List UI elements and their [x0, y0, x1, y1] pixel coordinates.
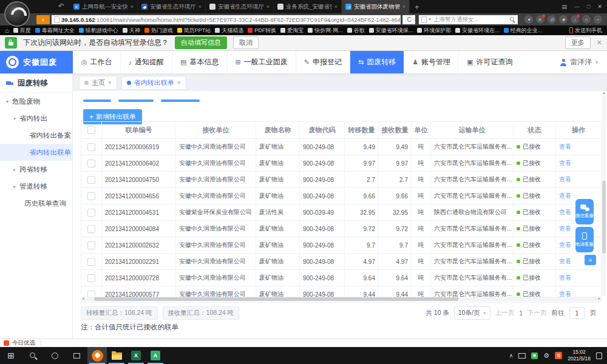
- task-view-button[interactable]: [66, 347, 87, 364]
- nav-item[interactable]: ✎ 申报登记: [296, 51, 350, 73]
- minimize-icon[interactable]: —: [574, 4, 580, 10]
- scroll-left-icon[interactable]: ◂: [82, 296, 84, 301]
- horizontal-scrollbar[interactable]: ◂ ▸: [81, 297, 602, 302]
- row-checkbox[interactable]: [87, 225, 95, 233]
- view-link[interactable]: 查看: [559, 257, 571, 266]
- toolbar-icon[interactable]: −: [594, 15, 602, 24]
- engine-dropdown-icon[interactable]: ▼: [428, 18, 432, 21]
- toolbar-icon[interactable]: ↓: [571, 15, 579, 24]
- bookmark-item[interactable]: 安徽省环境在...: [455, 27, 500, 35]
- vertical-scrollbar[interactable]: [602, 96, 606, 296]
- collapse-widgets-button[interactable]: »: [585, 255, 596, 265]
- browser-tab[interactable]: ◷ 安徽省固体废物管理 ×: [342, 0, 410, 13]
- nav-item[interactable]: ⇆ 固废转移: [350, 51, 404, 73]
- browser-tab[interactable]: K 上网导航—安全快捷... ×: [70, 0, 138, 13]
- skin-icon[interactable]: ▤: [562, 4, 568, 10]
- today-pick-bar[interactable]: 今日优选: [0, 339, 607, 347]
- tray-sogou-icon[interactable]: S: [555, 352, 562, 359]
- view-link[interactable]: 查看: [559, 159, 571, 167]
- search-icon[interactable]: [510, 17, 515, 22]
- goto-page-input[interactable]: [569, 307, 585, 319]
- notification-close-icon[interactable]: ✕: [597, 39, 602, 47]
- current-page[interactable]: 1: [519, 309, 523, 317]
- user-menu[interactable]: 雷洋洋 ∨: [560, 51, 607, 73]
- autofill-button[interactable]: 自动填写信息: [175, 36, 227, 49]
- tab-close-icon[interactable]: ×: [402, 4, 405, 10]
- view-link[interactable]: 查看: [559, 143, 571, 151]
- scroll-up-icon[interactable]: ▲: [602, 91, 606, 95]
- sidebar-item[interactable]: 省内转出联单: [0, 144, 72, 161]
- history-back-icon[interactable]: ↶: [58, 2, 64, 10]
- nav-item[interactable]: ♪ 通知提醒: [120, 51, 172, 73]
- row-checkbox[interactable]: [87, 160, 95, 167]
- tray-expand-icon[interactable]: ∧: [509, 352, 514, 359]
- scroll-right-icon[interactable]: ▸: [598, 296, 600, 301]
- nav-item[interactable]: ▤ 基本信息: [172, 51, 226, 73]
- search-box[interactable]: ▼ 上海警方通报女...: [419, 15, 518, 24]
- sidebar-item[interactable]: ▸ 管道转移: [0, 178, 72, 195]
- taskbar-clock[interactable]: 15:02 2021/5/18: [568, 349, 591, 362]
- tray-settings-icon[interactable]: ⚙: [543, 352, 549, 359]
- browser-tab[interactable]: 业务系统_安徽省生... ×: [274, 0, 342, 13]
- bookmark-item[interactable]: 简历PPT站: [177, 27, 211, 35]
- bookmark-item[interactable]: 经典的企业...: [504, 27, 543, 35]
- sidebar-item[interactable]: 历史联单查询: [0, 195, 72, 212]
- tab-close-icon[interactable]: ×: [108, 79, 112, 86]
- view-link[interactable]: 查看: [559, 274, 571, 282]
- prev-page-button[interactable]: 上一页: [495, 309, 515, 317]
- bookmark-item[interactable]: 天神: [123, 27, 140, 35]
- tab-close-icon[interactable]: ×: [177, 79, 181, 86]
- toolbar-icon[interactable]: ⊙: [548, 15, 556, 24]
- sidebar-item[interactable]: ▸ 跨省转移: [0, 161, 72, 178]
- window-close-icon[interactable]: ✕: [597, 4, 602, 10]
- row-checkbox[interactable]: [87, 176, 95, 184]
- bookmark-item[interactable]: 百度: [13, 27, 31, 35]
- page-size-select[interactable]: 10条/页 ∨: [454, 306, 490, 320]
- phone-service-button[interactable]: 电话客服: [575, 227, 594, 252]
- tab-close-icon[interactable]: ×: [131, 4, 134, 10]
- back-button[interactable]: ‹: [36, 15, 50, 24]
- wechat-service-button[interactable]: 微信客服: [575, 199, 594, 224]
- nav-item[interactable]: ▣ 许可证查询: [458, 51, 520, 73]
- action-center-icon[interactable]: [596, 352, 602, 359]
- start-button[interactable]: ⊞: [0, 347, 22, 364]
- bookmark-item[interactable]: 环境保护部: [417, 27, 451, 35]
- next-page-button[interactable]: 下一页: [527, 309, 547, 317]
- sidebar-item[interactable]: ▾ 危险废物: [0, 93, 72, 110]
- scrollbar-thumb[interactable]: [94, 297, 458, 301]
- bookmark-item[interactable]: 谷歌: [347, 27, 365, 35]
- taskbar-search-button[interactable]: [22, 347, 44, 364]
- network-icon[interactable]: [518, 353, 526, 359]
- maximize-icon[interactable]: □: [587, 4, 590, 10]
- browser-tab[interactable]: ◆ 安徽省生态环境厅_... ×: [138, 0, 206, 13]
- row-checkbox[interactable]: [87, 241, 95, 249]
- bookmark-item[interactable]: 快折网·网...: [308, 27, 343, 35]
- row-checkbox[interactable]: [87, 274, 95, 282]
- tab-close-icon[interactable]: ×: [266, 4, 270, 10]
- select-all-checkbox[interactable]: [87, 126, 95, 134]
- scrollbar-thumb[interactable]: [602, 181, 606, 254]
- toolbar-icon[interactable]: ▾: [524, 15, 533, 24]
- nav-item[interactable]: ⊞ 一般工业固废: [227, 51, 296, 73]
- view-link[interactable]: 查看: [559, 192, 571, 200]
- bookmark-item[interactable]: 天猫精选: [215, 27, 243, 35]
- more-button[interactable]: 更多: [565, 36, 591, 49]
- cancel-button[interactable]: 取消: [233, 36, 259, 49]
- new-tab-icon[interactable]: +: [415, 2, 419, 12]
- row-checkbox[interactable]: [87, 258, 95, 266]
- view-link[interactable]: 查看: [559, 175, 571, 184]
- sidebar-item[interactable]: 省内转出备案: [0, 127, 72, 144]
- taskbar-browser-icon[interactable]: [87, 347, 107, 364]
- content-tab[interactable]: 省内转出联单 ×: [121, 76, 186, 90]
- home-icon[interactable]: ⌂: [5, 27, 9, 34]
- taskbar-explorer-icon[interactable]: [107, 347, 126, 364]
- tab-close-icon[interactable]: ×: [198, 4, 202, 10]
- toolbar-icon[interactable]: ★: [559, 15, 568, 24]
- nav-item[interactable]: ◎ 工作台: [73, 51, 120, 73]
- tab-close-icon[interactable]: ×: [334, 4, 337, 10]
- browser-logo-icon[interactable]: [4, 1, 30, 27]
- row-checkbox[interactable]: [87, 209, 95, 217]
- send-to-phone-button[interactable]: 发送到手机: [569, 27, 602, 35]
- bookmark-item[interactable]: 安徽省环境保...: [369, 27, 413, 35]
- tray-wechat-icon[interactable]: [531, 352, 538, 359]
